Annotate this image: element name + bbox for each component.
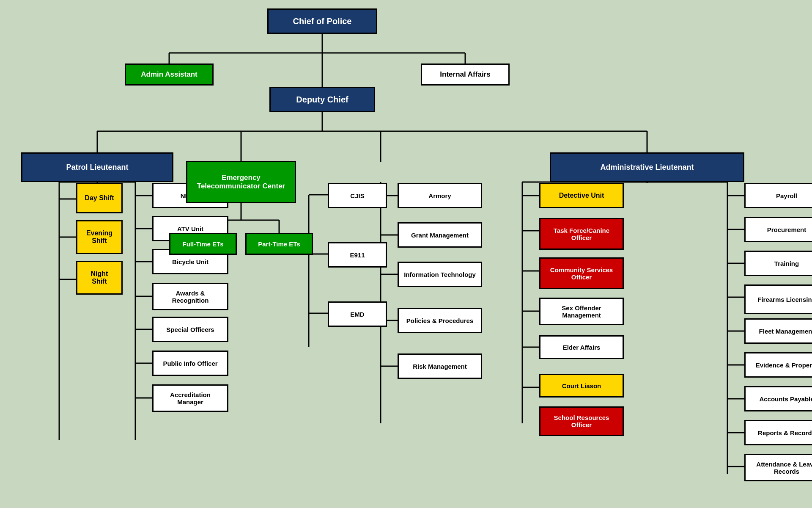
patrol-lieutenant: Patrol Lieutenant — [21, 152, 173, 182]
information-technology: Information Technology — [398, 262, 482, 287]
elder-affairs: Elder Affairs — [539, 335, 624, 359]
armory: Armory — [398, 183, 482, 208]
school-resources: School Resources Officer — [539, 406, 624, 436]
payroll: Payroll — [744, 183, 812, 208]
policies-procedures: Policies & Procedures — [398, 308, 482, 333]
court-liason: Court Liason — [539, 374, 624, 398]
awards-recognition: Awards & Recognition — [152, 283, 228, 310]
night-shift: Night Shift — [76, 261, 123, 295]
fleet-management: Fleet Management — [744, 318, 812, 344]
reports-records: Reports & Records — [744, 420, 812, 445]
chief-of-police: Chief of Police — [267, 8, 377, 34]
evening-shift: Evening Shift — [76, 220, 123, 254]
part-time-ets: Part-Time ETs — [245, 233, 313, 255]
procurement: Procurement — [744, 217, 812, 242]
deputy-chief: Deputy Chief — [269, 87, 375, 112]
public-info-officer: Public Info Officer — [152, 351, 228, 376]
grant-management: Grant Management — [398, 222, 482, 248]
etc: Emergency Telecommunicator Center — [186, 161, 296, 203]
task-force-canine: Task Force/Canine Officer — [539, 218, 624, 250]
risk-management: Risk Management — [398, 353, 482, 379]
community-services: Community Services Officer — [539, 257, 624, 289]
evidence-property: Evidence & Property — [744, 352, 812, 378]
emd: EMD — [328, 301, 387, 327]
firearms-licensing: Firearms Licensing — [744, 284, 812, 314]
training: Training — [744, 251, 812, 276]
special-officers: Special Officers — [152, 317, 228, 342]
accounts-payable: Accounts Payable — [744, 386, 812, 411]
accreditation-manager: Accreditation Manager — [152, 384, 228, 412]
cjis: CJIS — [328, 183, 387, 208]
admin-assistant: Admin Assistant — [125, 64, 214, 86]
sex-offender-management: Sex Offender Management — [539, 298, 624, 325]
administrative-lieutenant: Administrative Lieutenant — [550, 152, 744, 182]
day-shift: Day Shift — [76, 183, 123, 213]
detective-unit: Detective Unit — [539, 183, 624, 208]
full-time-ets: Full-Time ETs — [169, 233, 237, 255]
e911: E911 — [328, 242, 387, 268]
internal-affairs: Internal Affairs — [421, 64, 510, 86]
attendance-leave: Attendance & Leave Records — [744, 454, 812, 481]
